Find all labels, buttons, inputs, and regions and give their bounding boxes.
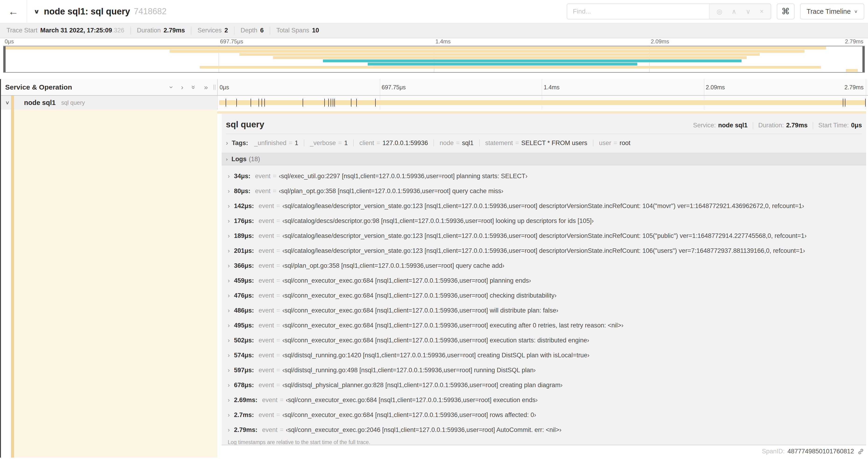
log-row[interactable]: ›2.7ms:event=‹sql/conn_executor_exec.go:… bbox=[226, 407, 862, 422]
span-row[interactable]: ∨ node sql1 sql query bbox=[0, 96, 868, 110]
log-row[interactable]: ›574μs:event=‹sql/distsql_running.go:142… bbox=[226, 348, 862, 363]
span-collapse-icon[interactable]: ∨ bbox=[5, 100, 9, 106]
log-row[interactable]: ›201μs:event=‹sql/catalog/lease/descript… bbox=[226, 243, 862, 258]
trace-collapse-icon[interactable]: ∨ bbox=[34, 8, 40, 15]
logs-title: Logs bbox=[231, 156, 247, 163]
chevron-right-icon[interactable]: › bbox=[228, 367, 230, 374]
info-label: Depth bbox=[241, 27, 257, 34]
chevron-right-icon[interactable]: › bbox=[228, 382, 230, 389]
log-timestamp: 2.7ms: bbox=[234, 412, 254, 419]
chevron-right-icon[interactable]: › bbox=[228, 396, 230, 404]
span-duration-bar[interactable] bbox=[219, 100, 865, 105]
log-field-key: event bbox=[258, 202, 274, 210]
tag-value: 1 bbox=[295, 139, 298, 147]
log-row[interactable]: ›476μs:event=‹sql/conn_executor_exec.go:… bbox=[226, 288, 862, 303]
find-clear-icon[interactable]: × bbox=[760, 8, 764, 15]
trace-view-selector[interactable]: Trace Timeline ∨ bbox=[800, 3, 864, 19]
log-row[interactable]: ›189μs:event=‹sql/catalog/lease/descript… bbox=[226, 228, 862, 243]
find-prev-icon[interactable]: ∧ bbox=[732, 8, 736, 15]
minimap-left-handle[interactable] bbox=[3, 46, 6, 72]
chevron-right-icon[interactable]: › bbox=[228, 232, 230, 239]
collapse-one-icon[interactable]: › bbox=[168, 86, 175, 88]
log-field-value: ‹sql/catalog/descs/descriptor.go:98 [nsq… bbox=[282, 217, 594, 225]
tags-label: Tags: bbox=[232, 139, 248, 147]
log-equals: = bbox=[276, 277, 280, 284]
log-row[interactable]: ›597μs:event=‹sql/distsql_running.go:498… bbox=[226, 363, 862, 378]
trace-info-item: Trace StartMarch 31 2022, 17:25:09.326 bbox=[6, 27, 124, 34]
detail-accent-strip bbox=[217, 111, 866, 113]
log-equals: = bbox=[276, 367, 280, 374]
tag-item: statement=SELECT * FROM users bbox=[485, 139, 587, 147]
log-row[interactable]: ›2.79ms:event=‹sql/conn_executor_exec.go… bbox=[226, 422, 862, 437]
log-tick-mark bbox=[356, 99, 357, 107]
chevron-right-icon[interactable]: › bbox=[228, 337, 230, 344]
chevron-right-icon[interactable]: › bbox=[228, 247, 230, 255]
expand-one-icon[interactable]: › bbox=[181, 84, 183, 91]
log-tick-mark bbox=[258, 99, 259, 107]
log-row[interactable]: ›678μs:event=‹sql/distsql_physical_plann… bbox=[226, 378, 862, 393]
span-color-stripe bbox=[11, 96, 14, 110]
log-row[interactable]: ›34μs:event=‹sql/exec_util.go:2297 [nsql… bbox=[226, 169, 862, 184]
chevron-right-icon[interactable]: › bbox=[228, 412, 230, 419]
chevron-right-icon[interactable]: › bbox=[228, 322, 230, 329]
minimap-canvas[interactable] bbox=[3, 46, 865, 73]
log-field-key: event bbox=[258, 307, 274, 314]
ruler-tick-label: 1.4ms bbox=[542, 84, 560, 91]
tag-key: node bbox=[440, 139, 454, 147]
find-input[interactable] bbox=[567, 4, 709, 19]
chevron-right-icon[interactable]: › bbox=[228, 292, 230, 299]
log-row[interactable]: ›176μs:event=‹sql/catalog/descs/descript… bbox=[226, 214, 862, 228]
span-operation-name: sql query bbox=[61, 99, 85, 106]
log-equals: = bbox=[276, 247, 280, 255]
log-row[interactable]: ›459μs:event=‹sql/conn_executor_exec.go:… bbox=[226, 273, 862, 288]
minimap-span-bar bbox=[368, 63, 638, 66]
log-timestamp: 476μs: bbox=[234, 292, 254, 299]
log-row[interactable]: ›502μs:event=‹sql/conn_executor_exec.go:… bbox=[226, 333, 862, 348]
minimap-span-bar bbox=[846, 69, 858, 72]
tag-separator bbox=[353, 139, 354, 146]
log-timestamp: 2.69ms: bbox=[234, 396, 257, 404]
chevron-right-icon[interactable]: › bbox=[228, 262, 230, 269]
log-timestamp: 34μs: bbox=[234, 173, 251, 180]
log-row[interactable]: ›80μs:event=‹sql/plan_opt.go:358 [nsql1,… bbox=[226, 184, 862, 198]
log-row[interactable]: ›495μs:event=‹sql/conn_executor_exec.go:… bbox=[226, 318, 862, 333]
chevron-right-icon[interactable]: › bbox=[228, 202, 230, 210]
span-name-cell[interactable]: ∨ node sql1 sql query bbox=[0, 96, 217, 110]
log-row[interactable]: ›366μs:event=‹sql/plan_opt.go:358 [nsql1… bbox=[226, 258, 862, 273]
log-equals: = bbox=[276, 337, 280, 344]
log-field-key: event bbox=[258, 232, 274, 239]
collapse-all-icon[interactable]: » bbox=[190, 85, 197, 89]
find-next-icon[interactable]: ∨ bbox=[746, 8, 751, 15]
log-field-value: ‹sql/conn_executor_exec.go:2046 [nsql1,c… bbox=[286, 426, 561, 434]
log-field-value: ‹sql/conn_executor_exec.go:684 [nsql1,cl… bbox=[282, 307, 558, 314]
link-icon[interactable] bbox=[857, 448, 864, 455]
minimap-right-handle[interactable] bbox=[862, 46, 865, 72]
minimap-tick-label: 2.79ms bbox=[845, 38, 865, 45]
chevron-right-icon[interactable]: › bbox=[228, 352, 230, 359]
minimap-span-row bbox=[3, 46, 865, 50]
back-button[interactable]: ← bbox=[0, 0, 27, 23]
chevron-right-icon[interactable]: › bbox=[228, 426, 230, 434]
tags-row[interactable]: › Tags: _unfinished=1_verbose=1client=12… bbox=[226, 139, 862, 147]
chevron-right-icon[interactable]: › bbox=[228, 173, 230, 180]
log-field-key: event bbox=[255, 173, 271, 180]
log-equals: = bbox=[276, 232, 280, 239]
meta-value: 0μs bbox=[851, 122, 862, 129]
chevron-right-icon[interactable]: › bbox=[228, 307, 230, 314]
logs-header[interactable]: › Logs (18) bbox=[222, 153, 866, 165]
meta-separator bbox=[813, 122, 813, 129]
column-resize-handle[interactable] bbox=[214, 85, 215, 90]
log-row[interactable]: ›2.69ms:event=‹sql/conn_executor_exec.go… bbox=[226, 393, 862, 407]
log-row[interactable]: ›142μs:event=‹sql/catalog/lease/descript… bbox=[226, 198, 862, 214]
expand-all-icon[interactable]: » bbox=[204, 84, 208, 91]
keyboard-shortcuts-button[interactable]: ⌘ bbox=[777, 3, 795, 19]
chevron-right-icon[interactable]: › bbox=[228, 188, 230, 195]
log-field-key: event bbox=[258, 382, 274, 389]
chevron-right-icon[interactable]: › bbox=[228, 277, 230, 284]
log-row[interactable]: ›486μs:event=‹sql/conn_executor_exec.go:… bbox=[226, 303, 862, 318]
log-equals: = bbox=[276, 307, 280, 314]
chevron-right-icon[interactable]: › bbox=[228, 217, 230, 225]
match-case-icon[interactable]: ◎ bbox=[717, 8, 722, 15]
meta-label: Duration: bbox=[758, 122, 784, 129]
trace-info-item: Depth6 bbox=[241, 27, 264, 34]
